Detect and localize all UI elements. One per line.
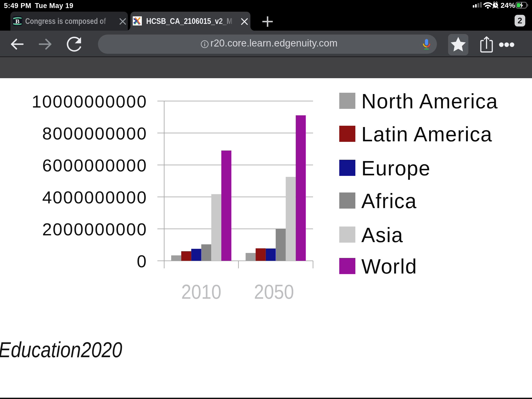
svg-text:2010: 2010 <box>181 281 221 303</box>
svg-text:Africa: Africa <box>361 189 417 212</box>
svg-text:8000000000: 8000000000 <box>42 124 147 143</box>
svg-text:North America: North America <box>361 90 498 113</box>
svg-text:0: 0 <box>137 251 147 271</box>
svg-text:4000000000: 4000000000 <box>42 188 147 207</box>
svg-text:Education2020: Education2020 <box>0 337 122 362</box>
svg-text:2050: 2050 <box>254 281 294 303</box>
svg-text:6000000000: 6000000000 <box>42 156 147 175</box>
svg-text:10000000000: 10000000000 <box>32 92 147 111</box>
svg-text:World: World <box>361 255 417 278</box>
svg-text:Latin America: Latin America <box>361 123 493 146</box>
svg-text:2000000000: 2000000000 <box>42 220 147 239</box>
svg-text:Europe: Europe <box>361 157 431 180</box>
svg-text:Asia: Asia <box>361 223 403 247</box>
